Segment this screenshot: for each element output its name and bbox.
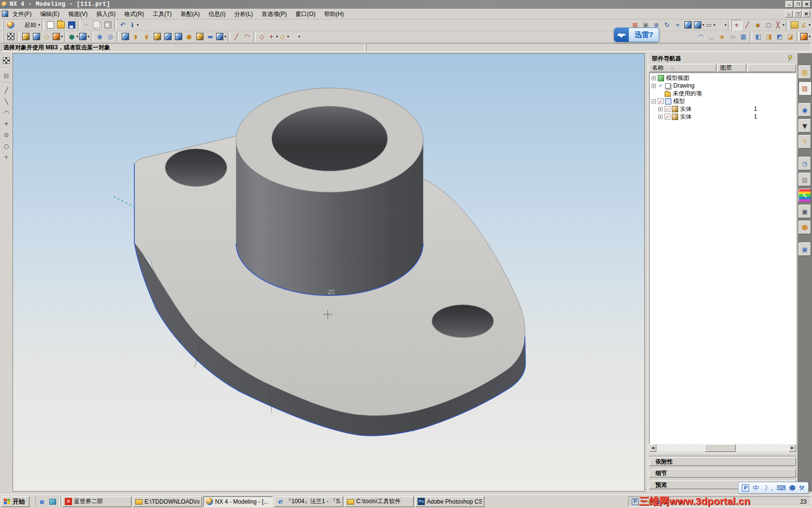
mdi-restore-button[interactable] bbox=[794, 11, 801, 17]
assembly-navigator-tab[interactable]: ▤ bbox=[798, 65, 811, 79]
tree-item-solid-1[interactable]: + 实体 1 bbox=[650, 105, 796, 113]
menu-window[interactable]: 窗口(O) bbox=[291, 11, 319, 17]
datum-csys-icon[interactable] bbox=[20, 31, 31, 42]
quicklaunch-ie-icon[interactable]: e bbox=[37, 496, 47, 507]
restore-button[interactable] bbox=[794, 1, 802, 8]
copy-icon[interactable] bbox=[92, 20, 102, 30]
datum-plane2-icon[interactable]: ◇▾ bbox=[278, 31, 290, 42]
column-name[interactable]: 名称△ bbox=[649, 64, 716, 72]
snap-endpoint-icon[interactable]: ╱ bbox=[742, 20, 753, 30]
sections-splitter[interactable] bbox=[649, 453, 796, 456]
ime-softkeyboard-icon[interactable]: ⌨ bbox=[777, 484, 786, 492]
tutorials-tab[interactable]: ▼ bbox=[798, 119, 811, 133]
scrollbar-thumb[interactable] bbox=[705, 444, 736, 452]
task-nx-modeling[interactable]: NX 4 - Modeling - [... bbox=[203, 496, 273, 507]
tree-horizontal-scrollbar[interactable]: ◄ ► bbox=[649, 444, 796, 452]
part-navigator-tab[interactable]: ▤ bbox=[798, 81, 811, 95]
toolbar-drag-handle[interactable] bbox=[2, 32, 4, 41]
ime-halfwidth-icon[interactable]: ☽ bbox=[762, 484, 768, 492]
polyline-tool-icon[interactable]: ╲ bbox=[1, 96, 12, 106]
curve-more-icon[interactable]: ▾ bbox=[290, 31, 301, 42]
info-export-icon[interactable]: ℹ▾ bbox=[128, 20, 139, 30]
pan-view-icon[interactable]: + bbox=[672, 20, 683, 30]
history-tab[interactable]: ◷ bbox=[798, 157, 811, 170]
sew-icon[interactable]: ▾ bbox=[800, 31, 811, 42]
boss-icon[interactable]: ● bbox=[184, 31, 194, 42]
part-navigator-tree[interactable]: + 模型视图 + Drawing 未使用的 bbox=[649, 73, 796, 444]
ime-chinese-icon[interactable]: 中 bbox=[753, 484, 759, 492]
section-dependencies[interactable]: 依附性 bbox=[649, 457, 796, 466]
law-extension-icon[interactable]: ◩ bbox=[774, 31, 785, 42]
through-curves-icon[interactable]: ◡ bbox=[706, 31, 717, 42]
measure-distance-icon[interactable] bbox=[789, 20, 800, 30]
tree-expander-icon[interactable]: + bbox=[652, 84, 656, 88]
minimize-button[interactable] bbox=[785, 1, 793, 8]
menu-view[interactable]: 视图(V) bbox=[64, 11, 92, 17]
task-photoshop[interactable]: Adobe Photoshop CS4... bbox=[415, 496, 484, 507]
perspective-view-icon[interactable] bbox=[683, 20, 694, 30]
thunder7-widget[interactable]: 迅雷7 bbox=[614, 28, 659, 42]
visualization-tab[interactable]: ▣ bbox=[798, 205, 811, 218]
task-1004-flange[interactable]: 『1004』法兰1 - 『S... bbox=[274, 496, 343, 507]
ime-wrench-icon[interactable]: ⚒ bbox=[799, 484, 805, 492]
arc-tool-icon[interactable]: ◠ bbox=[1, 107, 12, 118]
tree-checkbox-icon[interactable] bbox=[658, 98, 664, 104]
task-blue-world[interactable]: 蓝世界二部 bbox=[62, 496, 131, 507]
tree-expander-icon[interactable]: + bbox=[652, 76, 656, 80]
menu-format[interactable]: 格式(R) bbox=[120, 11, 148, 17]
menu-analysis[interactable]: 分析(L) bbox=[230, 11, 258, 17]
plus-tool-icon[interactable]: + bbox=[1, 152, 12, 162]
tree-item-model[interactable]: − 模型 bbox=[650, 97, 796, 105]
hole-icon[interactable] bbox=[173, 31, 184, 42]
menu-file[interactable]: 文件(F) bbox=[8, 11, 36, 17]
menu-tools[interactable]: 工具(T) bbox=[148, 11, 176, 17]
tree-checkbox-icon[interactable] bbox=[665, 106, 670, 112]
chamfer-icon[interactable] bbox=[162, 31, 173, 42]
ruled-surface-icon[interactable]: ◠ bbox=[696, 31, 706, 42]
task-tools-folder[interactable]: C:\tools\工具软件 bbox=[345, 496, 414, 507]
line-icon[interactable]: ╱ bbox=[231, 31, 242, 42]
scroll-right-icon[interactable]: ► bbox=[789, 444, 796, 452]
graphics-window[interactable]: ZC bbox=[13, 53, 645, 492]
revolve-icon[interactable]: ◗ bbox=[130, 31, 141, 42]
close-button[interactable] bbox=[803, 1, 811, 8]
offset-surface-icon[interactable]: ◧ bbox=[753, 31, 764, 42]
snap-midpoint-icon[interactable]: ◆ bbox=[753, 20, 763, 30]
circle-tool-icon[interactable]: ⊙ bbox=[1, 130, 12, 140]
pocket-icon[interactable] bbox=[194, 31, 205, 42]
column-layer[interactable]: 图层 bbox=[717, 64, 746, 72]
datum-plane-icon[interactable] bbox=[31, 31, 42, 42]
point-icon[interactable]: +▾ bbox=[267, 31, 278, 42]
snap-center-icon[interactable]: ○ bbox=[763, 20, 774, 30]
swept-surface-icon[interactable]: ◈ bbox=[717, 31, 727, 42]
internet-browser-tab[interactable]: ◉ bbox=[798, 103, 811, 117]
tree-item-model-views[interactable]: + 模型视图 bbox=[650, 74, 796, 82]
datum-axis-icon[interactable]: ◇ bbox=[42, 31, 52, 42]
tree-item-drawing[interactable]: + Drawing bbox=[650, 82, 796, 90]
rotate-view-icon[interactable]: ↻ bbox=[662, 20, 672, 30]
display-mode-icon[interactable]: ▭▾ bbox=[705, 20, 716, 30]
tree-item-unused-items[interactable]: 未使用的项 bbox=[650, 90, 796, 97]
sphere-icon[interactable]: ●▾ bbox=[68, 31, 79, 42]
start-button[interactable]: 开始 bbox=[1, 496, 29, 507]
toolbar-drag-handle[interactable] bbox=[2, 21, 4, 30]
unite-icon[interactable]: ◉ bbox=[94, 31, 105, 42]
snap-point-icon[interactable]: + bbox=[731, 20, 742, 30]
palettes-tab[interactable]: ✎ bbox=[798, 189, 811, 202]
menu-preferences[interactable]: 首选项(P) bbox=[257, 11, 291, 17]
flange-model-canvas[interactable]: ZC bbox=[13, 54, 644, 491]
line-tool-icon[interactable]: ╱ bbox=[1, 85, 12, 95]
tree-checkbox-icon[interactable] bbox=[658, 83, 664, 89]
pad-icon[interactable]: ▬ bbox=[205, 31, 216, 42]
menu-information[interactable]: 信息(I) bbox=[204, 11, 230, 17]
tree-expander-icon[interactable]: + bbox=[658, 107, 663, 111]
visualize-shade-icon[interactable]: ▤ bbox=[1, 70, 12, 80]
windows-tab[interactable]: ▣ bbox=[798, 242, 811, 256]
new-file-icon[interactable] bbox=[45, 20, 56, 30]
help-tab[interactable]: ? bbox=[798, 135, 811, 149]
menu-assemblies[interactable]: 装配(A) bbox=[176, 11, 204, 17]
tray-language-icon[interactable]: P bbox=[632, 498, 638, 505]
extrude-icon[interactable] bbox=[120, 31, 130, 42]
roles-tab[interactable]: ☻ bbox=[798, 221, 811, 234]
tree-expander-icon[interactable]: + bbox=[658, 115, 663, 119]
